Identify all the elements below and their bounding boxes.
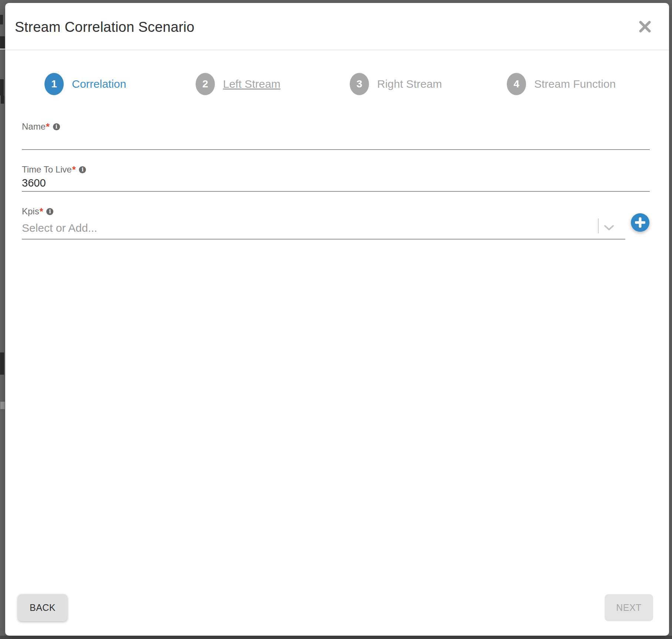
- name-input[interactable]: [22, 132, 650, 149]
- step-label: Right Stream: [377, 78, 442, 90]
- name-label-row: Name* i: [22, 121, 650, 132]
- info-icon[interactable]: i: [46, 208, 53, 215]
- info-icon[interactable]: i: [79, 166, 86, 173]
- backdrop-fragment: [0, 48, 5, 50]
- back-button[interactable]: BACK: [18, 594, 67, 621]
- backdrop-fragment: [0, 79, 4, 96]
- plus-icon: [635, 217, 645, 228]
- time-to-live-input[interactable]: [22, 175, 650, 191]
- add-kpi-button[interactable]: [631, 213, 649, 232]
- modal-header: Stream Correlation Scenario: [5, 3, 669, 50]
- info-icon[interactable]: i: [53, 123, 60, 130]
- name-input-underline: [22, 132, 650, 150]
- kpis-select-input[interactable]: [22, 217, 625, 239]
- kpis-label-row: Kpis* i: [22, 206, 650, 217]
- step-label: Left Stream: [223, 78, 280, 90]
- next-button[interactable]: NEXT: [605, 594, 653, 621]
- time-to-live-label: Time To Live: [22, 164, 72, 175]
- required-asterisk: *: [46, 121, 50, 132]
- time-to-live-field-group: Time To Live* i: [22, 164, 650, 192]
- backdrop-bottom-strip: [0, 636, 672, 639]
- kpis-select[interactable]: [22, 217, 625, 240]
- name-label: Name: [22, 121, 46, 132]
- backdrop-fragment: [0, 36, 5, 49]
- step-correlation[interactable]: 1 Correlation: [44, 73, 126, 95]
- backdrop-fragment: [1, 96, 4, 104]
- chevron-down-icon[interactable]: [604, 225, 614, 231]
- time-to-live-input-underline: [22, 175, 650, 192]
- kpis-field-group: Kpis* i: [22, 206, 650, 240]
- close-icon[interactable]: [638, 20, 652, 33]
- backdrop-fragment: [0, 352, 4, 375]
- step-left-stream[interactable]: 2 Left Stream: [196, 73, 280, 95]
- select-divider: [598, 218, 599, 233]
- backdrop-fragment: [0, 15, 3, 24]
- time-to-live-label-row: Time To Live* i: [22, 164, 650, 175]
- step-number-badge: 2: [196, 73, 215, 95]
- step-right-stream[interactable]: 3 Right Stream: [350, 73, 442, 95]
- step-label: Correlation: [72, 78, 126, 90]
- modal-title: Stream Correlation Scenario: [15, 19, 194, 35]
- name-field-group: Name* i: [22, 121, 650, 150]
- step-number-badge: 4: [507, 73, 526, 95]
- kpis-label: Kpis: [22, 206, 39, 217]
- step-number-badge: 3: [350, 73, 369, 95]
- step-number-badge: 1: [44, 73, 64, 95]
- step-label: Stream Function: [534, 78, 616, 90]
- required-asterisk: *: [40, 206, 43, 217]
- stream-correlation-scenario-modal: Stream Correlation Scenario 1 Correlatio…: [5, 3, 669, 636]
- backdrop-fragment: [0, 402, 5, 409]
- step-stream-function[interactable]: 4 Stream Function: [507, 73, 616, 95]
- required-asterisk: *: [72, 164, 76, 175]
